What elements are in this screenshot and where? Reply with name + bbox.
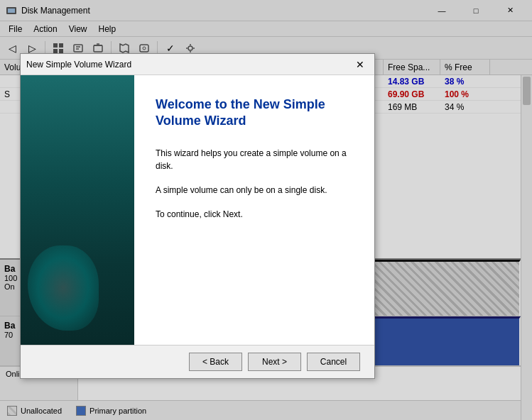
wizard-content: Welcome to the New Simple Volume Wizard … [134, 75, 374, 345]
wizard-dialog: New Simple Volume Wizard ✕ Welcome to th… [20, 53, 375, 379]
wizard-paragraph-0: This wizard helps you create a simple vo… [156, 147, 353, 172]
next-button[interactable]: Next > [248, 353, 301, 371]
wizard-body: Welcome to the New Simple Volume Wizard … [21, 75, 374, 345]
wizard-title-text: New Simple Volume Wizard [26, 60, 352, 70]
dialog-overlay: New Simple Volume Wizard ✕ Welcome to th… [0, 0, 532, 420]
wizard-close-button[interactable]: ✕ [352, 56, 369, 73]
wizard-title-bar: New Simple Volume Wizard ✕ [21, 54, 374, 75]
wizard-footer: < Back Next > Cancel [21, 345, 374, 378]
cancel-button[interactable]: Cancel [307, 353, 360, 371]
wizard-sidebar-decoration [28, 245, 99, 331]
wizard-sidebar [21, 75, 134, 345]
wizard-paragraph-2: To continue, click Next. [156, 208, 353, 221]
wizard-paragraph-1: A simple volume can only be on a single … [156, 184, 353, 197]
back-button[interactable]: < Back [189, 353, 242, 371]
wizard-main-title: Welcome to the New Simple Volume Wizard [156, 96, 353, 130]
